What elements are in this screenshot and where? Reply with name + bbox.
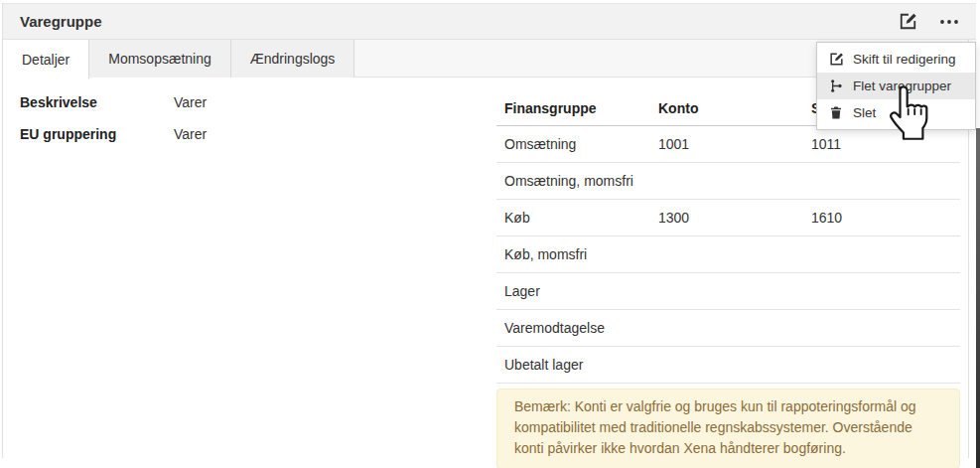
more-options-button[interactable] (938, 11, 960, 33)
field-value: Varer (174, 126, 207, 142)
field-value: Varer (174, 94, 207, 110)
menu-item-flet-varegrupper[interactable]: Flet varegrupper (817, 73, 975, 99)
cell-konto2: 1011 (803, 136, 960, 152)
edit-button[interactable] (897, 11, 918, 33)
table-row: Omsætning 1001 1011 (496, 126, 960, 163)
cell-konto: 1300 (650, 210, 803, 226)
column-header-finansgruppe: Finansgruppe (496, 94, 650, 116)
finance-accounts-table: Finansgruppe Konto S Omsætning 1001 1011… (496, 94, 960, 384)
cell-group: Omsætning (496, 136, 650, 152)
ellipsis-icon (939, 19, 959, 25)
table-row: Køb 1300 1610 (496, 200, 960, 236)
trash-icon (828, 105, 844, 121)
pencil-square-icon (899, 12, 917, 31)
cell-group: Ubetalt lager (496, 357, 650, 373)
note-box: Bemærk: Konti er valgfrie og bruges kun … (496, 389, 960, 468)
window-edge (976, 128, 980, 468)
column-header-konto: Konto (650, 94, 803, 116)
field-label: Beskrivelse (20, 94, 174, 110)
cell-konto: 1001 (650, 136, 803, 152)
page-title: Varegruppe (3, 13, 102, 30)
field-eu-gruppering: EU gruppering Varer (20, 126, 447, 142)
table-row: Varemodtagelse (496, 310, 960, 347)
tab-detaljer[interactable]: Detaljer (3, 40, 89, 78)
field-beskrivelse: Beskrivelse Varer (20, 94, 447, 110)
header-actions (897, 11, 976, 33)
menu-item-label: Flet varegrupper (853, 78, 951, 93)
cell-konto2: 1610 (803, 210, 960, 226)
panel-header: Varegruppe (3, 3, 976, 40)
menu-item-skift-til-redigering[interactable]: Skift til redigering (817, 46, 975, 73)
menu-item-label: Skift til redigering (853, 52, 956, 67)
tab-aendringslogs[interactable]: Ændringslogs (231, 40, 355, 78)
cell-group: Lager (496, 283, 650, 299)
table-row: Lager (496, 273, 960, 310)
merge-branch-icon (828, 78, 844, 94)
table-row: Omsætning, momsfri (496, 163, 960, 200)
table-row: Køb, momsfri (496, 236, 960, 273)
pencil-square-icon (828, 52, 844, 68)
cell-group: Omsætning, momsfri (496, 173, 650, 189)
tab-momsopsaetning[interactable]: Momsopsætning (89, 40, 231, 78)
cell-group: Varemodtagelse (496, 320, 650, 336)
field-label: EU gruppering (20, 126, 174, 142)
menu-item-slet[interactable]: Slet (817, 99, 975, 126)
cell-group: Køb, momsfri (496, 246, 650, 262)
table-row: Ubetalt lager (496, 347, 960, 384)
varegruppe-panel: Varegruppe (0, 0, 980, 468)
menu-item-label: Slet (853, 105, 876, 120)
details-section: Beskrivelse Varer EU gruppering Varer (20, 94, 447, 158)
cell-group: Køb (496, 210, 650, 226)
context-menu: Skift til redigering Flet varegrupper (816, 42, 976, 130)
